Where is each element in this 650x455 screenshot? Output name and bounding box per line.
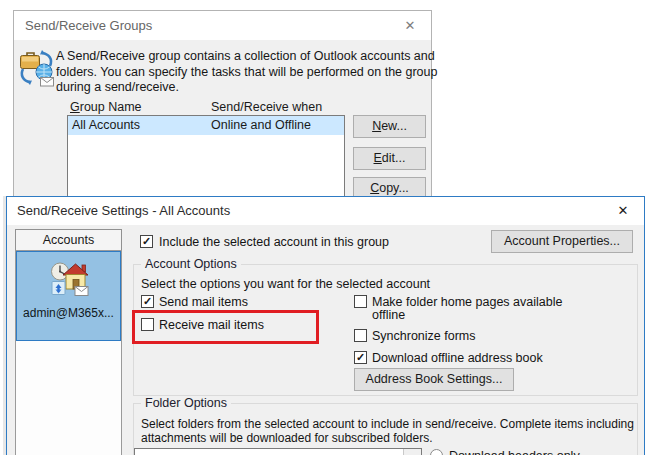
folder-options-description: Select folders from the selected account… xyxy=(141,417,634,445)
send-receive-when-cell: Online and Offline xyxy=(211,116,311,135)
group-name-cell: All Accounts xyxy=(72,116,140,135)
edit-button[interactable]: Edit... xyxy=(353,147,426,170)
account-options-legend: Account Options xyxy=(141,257,241,271)
folder-options-group: Folder Options Select folders from the s… xyxy=(133,403,638,455)
dialog1-description-line2: folders. You can specify the tasks that … xyxy=(56,65,437,81)
account-properties-button[interactable]: Account Properties... xyxy=(491,230,633,253)
dialog1-close-icon[interactable]: ✕ xyxy=(389,11,431,40)
folder-list-partial[interactable] xyxy=(134,448,422,455)
download-offline-address-book-label: Download offline address book xyxy=(372,351,543,365)
folder-options-description-line1: Select folders from the selected account… xyxy=(141,417,634,431)
folder-home-pages-label-line1: Make folder home pages available xyxy=(372,295,562,309)
download-option-label: Download headers only xyxy=(449,449,580,455)
dialog1-description-line3: during a send/receive. xyxy=(56,80,437,96)
send-receive-groups-icon xyxy=(19,48,55,92)
folder-home-pages-checkbox[interactable] xyxy=(354,295,367,308)
dialog2-close-icon[interactable]: ✕ xyxy=(602,197,644,225)
synchronize-forms-label: Synchronize forms xyxy=(372,329,476,343)
column-header-group-name: Group Name xyxy=(70,100,142,114)
accounts-header-button[interactable]: Accounts xyxy=(15,229,122,251)
folder-options-description-line2: attachments will be downloaded for subsc… xyxy=(141,431,634,445)
download-option-radio[interactable] xyxy=(430,449,443,455)
dialog2-titlebar[interactable]: Send/Receive Settings - All Accounts ✕ xyxy=(7,197,644,225)
include-account-label: Include the selected account in this gro… xyxy=(159,235,389,249)
address-book-settings-button[interactable]: Address Book Settings... xyxy=(354,368,514,391)
screenshot-root: { "colors": { "highlight_red": "#e01d22"… xyxy=(0,0,650,455)
dialog1-description-line1: A Send/Receive group contains a collecti… xyxy=(56,49,437,65)
folder-list-scrollbar[interactable] xyxy=(403,449,421,455)
folder-options-legend: Folder Options xyxy=(141,396,231,410)
new-button[interactable]: New... xyxy=(353,115,426,138)
account-options-group: Account Options Select the options you w… xyxy=(133,264,638,396)
group-list-row-all-accounts[interactable]: All Accounts Online and Offline xyxy=(68,116,344,135)
send-mail-items-checkbox[interactable]: ✓ xyxy=(141,295,154,308)
send-mail-items-label: Send mail items xyxy=(159,295,248,309)
exchange-account-icon xyxy=(49,261,89,297)
dialog1-description: A Send/Receive group contains a collecti… xyxy=(56,49,437,96)
download-offline-address-book-checkbox[interactable]: ✓ xyxy=(354,351,367,364)
account-tile-selected[interactable]: admin@M365x... xyxy=(16,251,121,341)
folder-home-pages-label-line2: offline xyxy=(372,308,405,322)
account-name-label: admin@M365x... xyxy=(17,306,120,320)
dialog2-title: Send/Receive Settings - All Accounts xyxy=(17,197,230,225)
send-receive-settings-dialog: Send/Receive Settings - All Accounts ✕ A… xyxy=(6,196,645,455)
column-header-send-receive-when: Send/Receive when xyxy=(211,100,322,114)
synchronize-forms-checkbox[interactable] xyxy=(354,329,367,342)
include-account-checkbox[interactable]: ✓ xyxy=(140,235,153,248)
dialog1-title: Send/Receive Groups xyxy=(25,11,152,40)
receive-mail-highlight-box xyxy=(132,310,319,344)
account-options-instruction: Select the options you want for the sele… xyxy=(141,277,430,291)
dialog1-titlebar[interactable]: Send/Receive Groups ✕ xyxy=(14,11,431,40)
